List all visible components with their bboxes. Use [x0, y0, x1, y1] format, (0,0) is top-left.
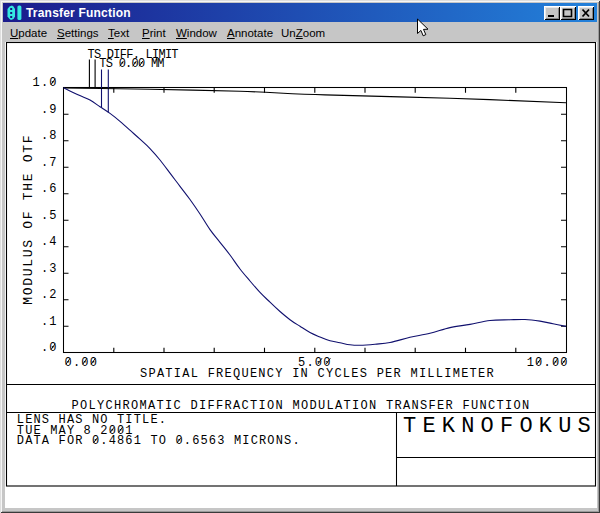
svg-text:MODULUS OF THE OTF: MODULUS OF THE OTF [21, 134, 36, 305]
svg-text:1.0: 1.0 [33, 76, 58, 90]
svg-text:.0: .0 [41, 341, 58, 355]
svg-text:.8: .8 [41, 129, 58, 143]
svg-text:POLYCHROMATIC DIFFRACTION MODU: POLYCHROMATIC DIFFRACTION MODULATION TRA… [71, 399, 530, 413]
svg-text:.1: .1 [41, 315, 58, 329]
svg-text:.4: .4 [41, 235, 58, 249]
svg-text:SPATIAL FREQUENCY IN CYCLES PE: SPATIAL FREQUENCY IN CYCLES PER MILLIMET… [140, 367, 495, 381]
svg-text:TEKNOFOKUS: TEKNOFOKUS [403, 414, 597, 439]
svg-text:0.00: 0.00 [65, 356, 99, 370]
svg-text:.3: .3 [41, 262, 58, 276]
svg-text:DATA FOR 0.4861 TO 0.6563 MICR: DATA FOR 0.4861 TO 0.6563 MICRONS. [17, 434, 301, 448]
svg-text:.2: .2 [41, 288, 58, 302]
svg-text:.7: .7 [41, 156, 58, 170]
svg-text:10.00: 10.00 [527, 356, 569, 370]
svg-text:TS 0.00 MM: TS 0.00 MM [99, 57, 164, 71]
svg-text:.5: .5 [41, 209, 58, 223]
svg-text:.6: .6 [41, 182, 58, 196]
svg-text:.9: .9 [41, 103, 58, 117]
